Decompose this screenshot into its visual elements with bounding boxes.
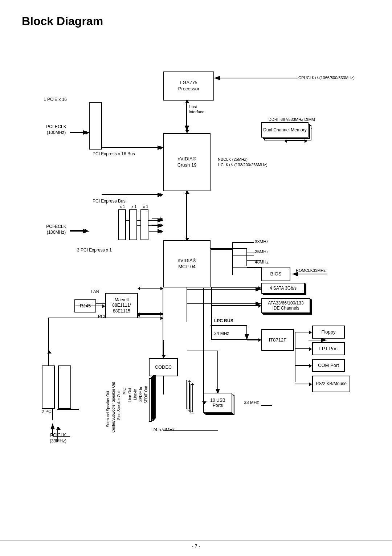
- line-in-label: Line-In: [133, 380, 137, 400]
- spdif-out-area: [187, 381, 194, 424]
- floppy-arrow: [295, 332, 311, 332]
- bios-box: BIOS: [261, 267, 290, 281]
- page-title: Block Diagram: [22, 15, 370, 28]
- mhz-24-label: 24 MHz: [214, 331, 229, 337]
- pci-eclk-top-label: PCI-ECLK(100MHz): [40, 124, 73, 135]
- pci-slot-1: [42, 365, 55, 409]
- romclk-arrow: [295, 274, 327, 274]
- ata-arrow: [211, 305, 261, 306]
- spdif-out-label: SPDIF Out: [144, 380, 148, 404]
- lpt-port-box: LPT Port: [312, 342, 345, 355]
- mcp-left-arrow: [138, 288, 163, 289]
- page: Block Diagram: [0, 0, 392, 556]
- it8712f-box: IT8712F: [261, 329, 294, 351]
- pci-mcp-vline: [48, 318, 49, 351]
- pcie-x16-label: 1 PCIE x 16: [44, 97, 67, 103]
- mcp-codec-vline: [163, 288, 163, 357]
- mhz-lines-area: [211, 242, 248, 275]
- pci-mcp-hline: [48, 318, 163, 318]
- x1-label-1: x 1: [120, 204, 125, 209]
- pci-up-line: [48, 351, 49, 365]
- romclk-label: ROMCLK33MHz: [296, 268, 326, 273]
- audio-connectors: [149, 378, 152, 422]
- pciclk-line: [57, 427, 58, 442]
- pci-express-bus-arrow: [102, 194, 163, 195]
- ps2-arrow: [295, 384, 311, 384]
- x1-label-3: x 1: [143, 204, 148, 209]
- codec-box: CODEC: [149, 358, 178, 376]
- pci-express-bus-label: PCI Express Bus: [93, 199, 126, 204]
- surround-label: Surround Speaker Out: [106, 380, 110, 427]
- x1-1-arrow: [152, 218, 163, 219]
- lpc-bus-label: LPC BUS: [214, 318, 233, 324]
- nbclk-label: NBCLK (25MHz): [218, 157, 248, 162]
- pci-x1-slot-3: [140, 209, 148, 240]
- x1-2-arrow: [152, 225, 163, 225]
- center-label: Center/Subwoofer Speaker Out: [111, 380, 115, 433]
- mhz-48-label: 48MHz: [255, 259, 269, 265]
- crush-mcp-vline: [186, 191, 187, 240]
- mic-label: MIC: [122, 380, 126, 394]
- marvell-box: Marvell88E1111/88E1115: [105, 293, 138, 318]
- host-interface-label: HostInterface: [189, 104, 204, 115]
- pci-x1-slot-2: [129, 209, 137, 240]
- mhz-33-label: 33MHz: [255, 239, 269, 245]
- x1-label-2: x 1: [131, 204, 137, 209]
- dimm-crush-arrow: [285, 140, 307, 141]
- pci-slot-2: [58, 365, 71, 409]
- rj45-arrow: [75, 306, 105, 306]
- mhz-33-it-label: 33 MHz: [244, 400, 259, 406]
- ps2-box: PS/2 KB/Mouse: [312, 376, 350, 392]
- floppy-box: Floppy: [312, 326, 345, 339]
- usb-vline: [203, 288, 204, 404]
- pci-eclk-mid-arrow: [70, 230, 87, 231]
- pci-eclk-mid-label: PCI-ECLK(100MHz): [40, 224, 73, 235]
- lpc-vline: [211, 287, 212, 340]
- proc-crush-vline: [186, 101, 187, 132]
- pciclk-label: PCICLK(33MHz): [40, 433, 76, 444]
- mhz-25-label: 25MHz: [255, 249, 269, 255]
- pci-x1-slot-1: [118, 209, 126, 240]
- side-label: Side Speaker Out: [117, 380, 121, 420]
- pci-express-x16-arrow: [102, 147, 163, 148]
- page-footer: - 7 -: [0, 540, 392, 549]
- ddrii-label: DDRII 667/533MHz DIMM: [269, 117, 315, 122]
- mhz-24-576-label: 24.576MHz: [152, 427, 175, 433]
- nvidia-mcp-box: nVIDIA®MCP-04: [163, 240, 211, 287]
- it8712f-ports-vline: [295, 332, 295, 382]
- pci-2-label: 2 PCI: [42, 409, 53, 415]
- pciclk-hline: [57, 409, 79, 410]
- com-port-box: COM Port: [312, 359, 345, 372]
- lpc-hline: [211, 339, 261, 340]
- cpuclk-label: CPUCLK+/-(1066/800/533MHz): [298, 75, 355, 80]
- line-out-label: Line-Out: [128, 380, 132, 402]
- lpt-arrow: [295, 348, 311, 349]
- pci-express-x16-bus-label: PCI Express x 16 Bus: [93, 151, 135, 157]
- com-arrow: [295, 365, 311, 366]
- diagram-area: LGA775Processor CPUCLK+/-(1066/800/533MH…: [22, 39, 370, 529]
- nvidia-crush-box: nVIDIA®Crush 19: [163, 133, 211, 191]
- processor-box: LGA775Processor: [163, 71, 214, 101]
- pci-eclk-top-arrow: [70, 132, 88, 133]
- pci-express-x1-label: 3 PCI Express x 1: [77, 248, 112, 253]
- x1-3-arrow: [152, 231, 163, 232]
- hclk-label: HCLK+/- (133/200/266MHz): [218, 162, 268, 167]
- pcie-x16-slot: [89, 102, 102, 150]
- lan-label: LAN: [91, 289, 99, 295]
- spdif-in-label: SPDIF In: [139, 380, 143, 402]
- audio-labels-area: Surround Speaker Out Center/Subwoofer Sp…: [106, 380, 148, 433]
- sata-arrow: [211, 287, 261, 288]
